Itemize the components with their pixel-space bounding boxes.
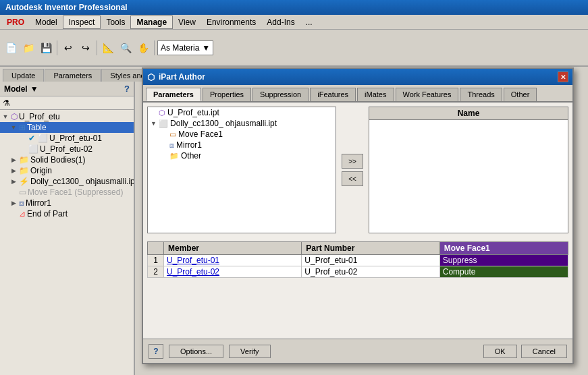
tab-parameters[interactable]: Parameters: [146, 88, 201, 101]
options-button[interactable]: Options...: [169, 345, 223, 358]
toolbar-sep-1: [57, 40, 57, 55]
filter-icon[interactable]: ⚗: [3, 98, 10, 108]
tab-ifeatures[interactable]: iFeatures: [310, 88, 356, 101]
tree-item-origin[interactable]: ▶ 📁 Origin: [0, 165, 134, 176]
end-icon: ⊿: [19, 209, 26, 219]
menu-environments[interactable]: Environments: [201, 16, 261, 28]
help-button[interactable]: ?: [149, 344, 163, 359]
name-panel: Name: [369, 107, 568, 233]
toolbar-measure[interactable]: 📐: [100, 40, 116, 56]
verify-button[interactable]: Verify: [229, 345, 271, 358]
toolbar-sep-2: [97, 40, 97, 55]
tree-label-u-prof-etu: U_Prof_etu: [19, 112, 132, 121]
tab-other[interactable]: Other: [504, 88, 537, 101]
row-1-member[interactable]: U_Prof_etu-01: [164, 255, 302, 266]
tree-label-move-face: Move Face1 (Suppressed): [28, 188, 132, 197]
dialog-tree-mirror1[interactable]: ⧈ Mirror1: [148, 140, 336, 150]
toolbar-open[interactable]: 📁: [20, 40, 36, 56]
menu-pro[interactable]: PRO: [1, 16, 30, 28]
tree-item-u-prof-02[interactable]: ⬜ U_Prof_etu-02: [0, 144, 134, 154]
tree-item-u-prof-etu[interactable]: ▼ ⬡ U_Prof_etu: [0, 111, 134, 122]
model-dropdown-icon[interactable]: ▼: [30, 84, 38, 94]
part-icon-01: ⬜: [38, 134, 48, 143]
dialog-close-button[interactable]: ✕: [558, 71, 568, 82]
tree-item-move-face[interactable]: ▭ Move Face1 (Suppressed): [0, 187, 134, 198]
mirror-icon: ⧈: [19, 198, 24, 208]
tree-item-end-of-part[interactable]: ⊿ End of Part: [0, 208, 134, 219]
expander-solid-bodies: ▶: [9, 156, 18, 164]
tab-threads[interactable]: Threads: [460, 88, 502, 101]
cancel-button[interactable]: Cancel: [521, 345, 567, 358]
toolbar-save[interactable]: 💾: [38, 40, 54, 56]
col-member[interactable]: Member: [164, 242, 302, 255]
col-num: [148, 242, 164, 255]
dialog-tree-other[interactable]: 📁 Other: [148, 150, 336, 161]
dialog-tree-dolly-ipt[interactable]: ▼ ⬜ Dolly_cc1300_ ohjausmalli.ipt: [148, 118, 336, 129]
row-1-move-face1[interactable]: Suppress: [439, 255, 568, 266]
tab-suppression[interactable]: Suppression: [252, 88, 309, 101]
tree-label-end-of-part: End of Part: [27, 209, 132, 219]
tree-item-solid-bodies[interactable]: ▶ 📁 Solid Bodies(1): [0, 154, 134, 165]
ipart-table: Member Part Number Move Face1 1 U_Prof_e…: [147, 241, 568, 278]
menu-tools[interactable]: Tools: [101, 16, 130, 28]
lightning-icon: ⚡: [19, 177, 29, 186]
toolbar-redo[interactable]: ↪: [78, 40, 94, 56]
row-2-move-face1[interactable]: Compute: [439, 266, 568, 278]
tree-label-table: Table: [27, 123, 132, 132]
dialog-mirror-icon: ⧈: [169, 141, 174, 150]
tree-item-dolly[interactable]: ▶ ⚡ Dolly_cc1300_ ohjausmalli.ipt: [0, 176, 134, 187]
expander-table: ▼: [9, 123, 18, 132]
expander-u-prof-01: [19, 134, 27, 142]
view-dropdown[interactable]: As Materia ▼: [157, 40, 213, 55]
dialog-feature-icon: ▭: [169, 130, 176, 139]
menu-bar: PRO Model Inspect Tools Manage View Envi…: [0, 15, 588, 30]
menu-model[interactable]: Model: [30, 16, 63, 28]
table-icon: ⊞: [19, 123, 26, 132]
col-part-number[interactable]: Part Number: [302, 242, 439, 255]
arrow-left-button[interactable]: <<: [342, 171, 363, 186]
tree-item-mirror1[interactable]: ▶ ⧈ Mirror1: [0, 198, 134, 208]
footer-left: ? Options... Verify: [149, 344, 271, 359]
tab-work-features[interactable]: Work Features: [396, 88, 459, 101]
toolbar-sep-3: [154, 40, 155, 55]
menu-addins[interactable]: Add-Ins: [261, 16, 300, 28]
toolbar-new[interactable]: 📄: [3, 40, 19, 56]
tree-item-table[interactable]: ▼ ⊞ Table: [0, 122, 134, 133]
view-dropdown-icon: ▼: [202, 43, 210, 53]
suppressed-icon: ▭: [19, 188, 26, 197]
expander-u-prof-02: [19, 145, 27, 153]
menu-view[interactable]: View: [173, 16, 201, 28]
dialog-tree-u-prof-ipt[interactable]: ⬡ U_Prof_etu.ipt: [148, 107, 336, 118]
dialog-titlebar: ⬡ iPart Author ✕: [143, 69, 572, 85]
ok-button[interactable]: OK: [483, 345, 517, 358]
dialog-tree-label-mirror1: Mirror1: [176, 140, 202, 150]
part-icon-02: ⬜: [28, 144, 38, 154]
app-title: Autodesk Inventor Professional: [5, 3, 128, 12]
row-1-part-number: U_Prof_etu-01: [302, 255, 439, 266]
model-title-text: Model: [4, 84, 28, 94]
toolbar-zoom[interactable]: 🔍: [117, 40, 134, 56]
tab-update[interactable]: Update: [3, 69, 44, 82]
menu-inspect[interactable]: Inspect: [63, 16, 101, 29]
tree-item-u-prof-01[interactable]: ✔ ⬜ U_Prof_etu-01: [0, 133, 134, 144]
model-panel: Model ▼ ? ⚗ ▼ ⬡ U_Prof_etu ▼ ⊞ Table: [0, 82, 135, 375]
toolbar-pan[interactable]: ✋: [135, 40, 151, 56]
table-row-1[interactable]: 1 U_Prof_etu-01 U_Prof_etu-01 Suppress: [148, 255, 568, 266]
ipart-author-dialog: ⬡ iPart Author ✕ Parameters Properties S…: [142, 67, 574, 364]
model-help-icon[interactable]: ?: [124, 84, 130, 94]
col-move-face1[interactable]: Move Face1: [439, 242, 568, 255]
name-column-label: Name: [458, 109, 480, 118]
arrow-right-button[interactable]: >>: [342, 154, 363, 169]
table-row-2[interactable]: 2 U_Prof_etu-02 U_Prof_etu-02 Compute: [148, 266, 568, 278]
tab-parameters[interactable]: Parameters: [45, 69, 101, 82]
view-label: As Materia: [161, 43, 199, 53]
tree-label-mirror1: Mirror1: [26, 198, 132, 208]
menu-more[interactable]: ...: [300, 16, 318, 28]
dialog-tree-move-face[interactable]: ▭ Move Face1: [148, 129, 336, 140]
tab-imates[interactable]: iMates: [357, 88, 394, 101]
menu-manage[interactable]: Manage: [130, 16, 173, 29]
row-2-member[interactable]: U_Prof_etu-02: [164, 266, 302, 278]
toolbar-undo[interactable]: ↩: [60, 40, 76, 56]
folder-icon-solid: 📁: [19, 155, 29, 165]
tab-properties[interactable]: Properties: [203, 88, 251, 101]
